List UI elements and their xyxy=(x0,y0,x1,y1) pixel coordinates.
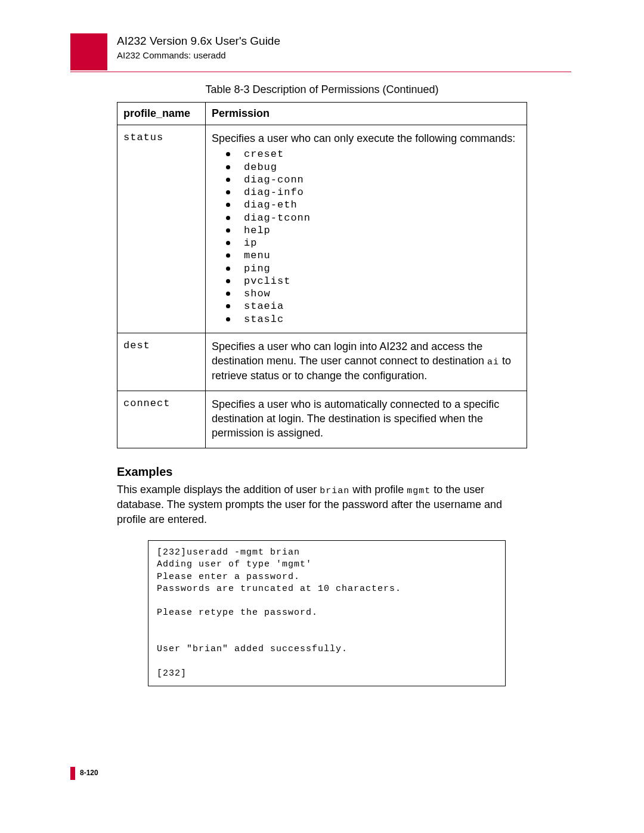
examples-paragraph: This example displays the addition of us… xyxy=(117,482,527,528)
profile-name-connect: connect xyxy=(117,391,206,448)
permission-status: Specifies a user who can only execute th… xyxy=(206,125,527,333)
permission-dest: Specifies a user who can login into AI23… xyxy=(206,333,527,391)
list-item: diag-conn xyxy=(226,174,521,186)
profile-name-status: status xyxy=(117,125,206,333)
list-item: ip xyxy=(226,237,521,249)
permission-connect: Specifies a user who is automatically co… xyxy=(206,391,527,448)
list-item: diag-eth xyxy=(226,199,521,211)
document-subtitle: AI232 Commands: useradd xyxy=(117,50,280,60)
list-item: staeia xyxy=(226,300,521,312)
list-item: diag-tconn xyxy=(226,212,521,224)
table-caption: Table 8-3 Description of Permissions (Co… xyxy=(117,83,527,96)
list-item: menu xyxy=(226,249,521,262)
page-number: 8-120 xyxy=(80,769,98,777)
list-item: show xyxy=(226,287,521,300)
header: AI232 Version 9.6x User's Guide AI232 Co… xyxy=(117,35,280,60)
permissions-table: profile_name Permission status Specifies… xyxy=(117,102,527,448)
footer-mark xyxy=(70,767,75,780)
examples-heading: Examples xyxy=(117,465,527,479)
list-item: diag-info xyxy=(226,186,521,199)
list-item: ping xyxy=(226,262,521,275)
list-item: creset xyxy=(226,148,521,160)
header-divider xyxy=(70,72,571,72)
profile-name-dest: dest xyxy=(117,333,206,391)
table-row: connect Specifies a user who is automati… xyxy=(117,391,527,448)
table-row: status Specifies a user who can only exe… xyxy=(117,125,527,333)
column-header-profile-name: profile_name xyxy=(117,103,206,125)
header-logo-block xyxy=(70,33,107,70)
status-command-list: creset debug diag-conn diag-info diag-et… xyxy=(212,148,521,326)
column-header-permission: Permission xyxy=(206,103,527,125)
example-code-block: [232]useradd -mgmt brian Adding user of … xyxy=(148,540,506,686)
table-row: dest Specifies a user who can login into… xyxy=(117,333,527,391)
status-intro: Specifies a user who can only execute th… xyxy=(212,132,515,144)
list-item: pvclist xyxy=(226,275,521,287)
document-title: AI232 Version 9.6x User's Guide xyxy=(117,35,280,48)
main-content: Table 8-3 Description of Permissions (Co… xyxy=(117,83,527,686)
list-item: staslc xyxy=(226,313,521,326)
list-item: debug xyxy=(226,161,521,174)
list-item: help xyxy=(226,224,521,237)
